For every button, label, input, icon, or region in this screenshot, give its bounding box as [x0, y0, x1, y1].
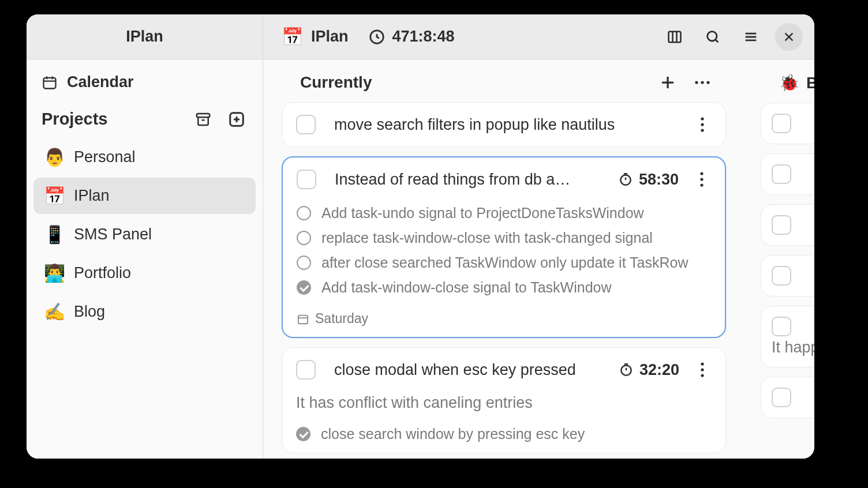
menu-button[interactable]	[737, 23, 765, 51]
sidebar-nav: Calendar Projects	[27, 59, 263, 340]
subtask[interactable]: Add task-window-close signal to TaskWind…	[297, 279, 711, 296]
task-checkbox[interactable]	[297, 170, 316, 189]
stopwatch-icon	[619, 362, 634, 377]
task-card[interactable]	[761, 153, 814, 195]
project-label: Portfolio	[74, 264, 131, 282]
task-card[interactable]: It happ	[761, 306, 814, 367]
calendar-link[interactable]: Calendar	[33, 65, 256, 99]
task-card[interactable]: Instead of read things from db afte… 58:…	[282, 156, 726, 338]
task-time: 32:20	[619, 361, 679, 379]
calendar-label: Calendar	[67, 73, 134, 91]
project-icon: 👨‍💻	[44, 263, 65, 283]
subtask-label: Add task-undo signal to ProjectDoneTasks…	[321, 205, 644, 222]
clock-icon	[368, 28, 386, 46]
task-checkbox[interactable]	[772, 317, 791, 336]
svg-rect-0	[44, 77, 56, 88]
subtask[interactable]: close search window by pressing esc key	[296, 426, 712, 442]
subtask-checkbox[interactable]	[296, 427, 310, 441]
app-window: IPlan Calendar Projects	[27, 14, 814, 459]
sidebar: IPlan Calendar Projects	[27, 14, 263, 459]
svg-point-17	[621, 365, 631, 375]
svg-point-6	[695, 81, 698, 84]
task-note: It has conflict with caneling entries	[296, 394, 712, 412]
sidebar-item-personal[interactable]: 👨 Personal	[33, 139, 256, 175]
sidebar-item-portfolio[interactable]: 👨‍💻 Portfolio	[33, 255, 256, 291]
task-checkbox[interactable]	[772, 388, 791, 407]
svg-point-11	[701, 129, 704, 132]
task-title: close modal when esc key pressed	[334, 361, 576, 379]
subtask-checkbox[interactable]	[297, 280, 311, 295]
column-menu-button[interactable]	[694, 80, 711, 85]
task-checkbox[interactable]	[772, 114, 791, 133]
add-task-button[interactable]	[659, 74, 676, 91]
svg-rect-16	[298, 315, 308, 324]
svg-point-19	[701, 368, 704, 371]
task-menu-button[interactable]	[693, 113, 712, 136]
task-note: It happ	[772, 339, 814, 356]
task-checkbox[interactable]	[296, 360, 316, 380]
column-currently: Currently	[282, 59, 726, 459]
subtask-checkbox[interactable]	[297, 231, 311, 245]
stopwatch-icon	[618, 172, 633, 187]
columns: Currently	[263, 59, 814, 459]
project-icon: 👨	[44, 147, 65, 167]
project-icon: 📅	[282, 27, 303, 47]
sidebar-item-sms-panel[interactable]: 📱 SMS Panel	[33, 216, 256, 253]
column-title: 🐞 Bu	[779, 73, 814, 92]
svg-point-13	[700, 172, 703, 175]
header-project: 📅 IPlan	[282, 27, 349, 47]
task-card[interactable]	[761, 103, 814, 144]
project-icon: 📅	[44, 186, 65, 206]
column-title: Currently	[300, 73, 372, 92]
subtask[interactable]: Add task-undo signal to ProjectDoneTasks…	[297, 205, 711, 222]
task-card[interactable]	[761, 255, 814, 296]
project-label: SMS Panel	[74, 226, 152, 243]
task-checkbox[interactable]	[772, 215, 791, 235]
add-project-icon[interactable]	[228, 111, 245, 128]
subtask-label: replace task-window-close with task-chan…	[321, 230, 653, 246]
subtask[interactable]: after close searched TaskWindow only upd…	[297, 254, 711, 271]
layout-button[interactable]	[661, 23, 689, 51]
task-menu-button[interactable]	[693, 358, 712, 381]
search-button[interactable]	[699, 23, 727, 51]
header-duration: 471:8:48	[368, 28, 455, 46]
svg-point-8	[706, 81, 709, 84]
projects-header: Projects	[33, 99, 256, 129]
svg-rect-1	[197, 114, 210, 117]
project-icon: ✍️	[44, 302, 65, 322]
subtask-label: Add task-window-close signal to TaskWind…	[321, 279, 612, 296]
svg-point-18	[701, 362, 704, 365]
project-icon: 📱	[44, 224, 65, 245]
subtask[interactable]: replace task-window-close with task-chan…	[297, 230, 711, 246]
archive-icon[interactable]	[194, 111, 212, 128]
task-menu-button[interactable]	[693, 168, 711, 191]
sidebar-item-iplan[interactable]: 📅 IPlan	[33, 178, 256, 214]
svg-point-15	[700, 183, 703, 186]
task-checkbox[interactable]	[296, 115, 316, 134]
task-date-value: Saturday	[315, 311, 368, 326]
task-card[interactable]: close modal when esc key pressed 32:20	[282, 347, 726, 453]
task-title: Instead of read things from db afte…	[335, 171, 571, 189]
task-checkbox[interactable]	[772, 164, 791, 184]
subtask-checkbox[interactable]	[297, 206, 311, 220]
project-label: Personal	[74, 148, 136, 166]
svg-point-7	[701, 81, 704, 84]
main-header: 📅 IPlan 471:8:48	[263, 14, 814, 59]
column-title-text: Bu	[806, 74, 814, 92]
task-title: move search filters in popup like nautil…	[334, 116, 693, 134]
main: 📅 IPlan 471:8:48	[263, 14, 814, 459]
task-card[interactable]	[761, 377, 814, 418]
column-header: Currently	[282, 59, 726, 97]
close-button[interactable]	[775, 23, 803, 51]
task-card[interactable]: move search filters in popup like nautil…	[282, 102, 726, 147]
project-name: IPlan	[311, 28, 349, 46]
task-card[interactable]	[761, 204, 814, 246]
task-checkbox[interactable]	[772, 266, 791, 286]
calendar-icon	[42, 74, 58, 91]
task-time: 58:30	[618, 171, 679, 189]
column-header: 🐞 Bu	[761, 59, 814, 98]
subtask-checkbox[interactable]	[297, 256, 311, 270]
bug-icon: 🐞	[779, 73, 799, 92]
sidebar-item-blog[interactable]: ✍️ Blog	[33, 294, 256, 330]
svg-point-5	[708, 31, 717, 40]
